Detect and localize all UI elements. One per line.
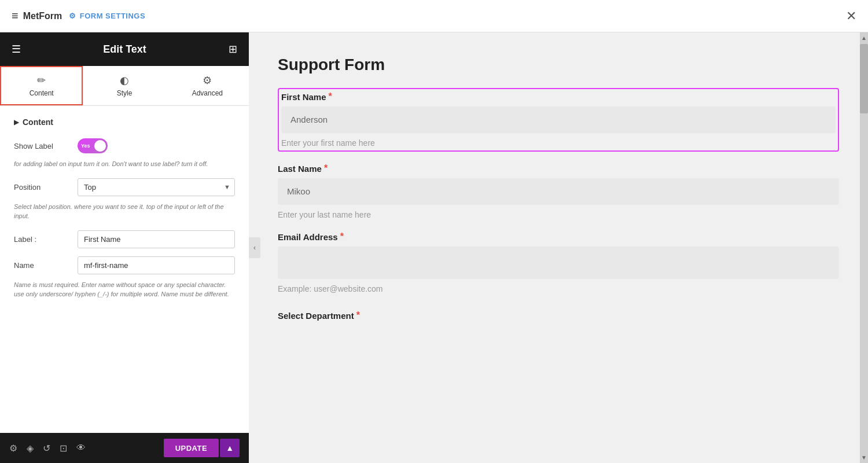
grid-icon[interactable]: ⊞ — [229, 43, 237, 56]
right-area: ‹ Support Form First Name * Anderson Ent… — [249, 32, 868, 463]
top-bar: ≡ MetForm ⚙ FORM SETTINGS ✕ — [0, 0, 868, 32]
email-input-wrapper — [278, 247, 839, 279]
chevron-left-icon: ‹ — [253, 244, 256, 252]
required-star-first-name: * — [329, 91, 332, 102]
last-name-input-wrapper: Mikoo — [278, 178, 839, 205]
elementor-logo-icon: ≡ — [12, 9, 19, 23]
scrollbar-thumb[interactable] — [860, 44, 868, 113]
required-star-email: * — [340, 232, 344, 242]
position-select[interactable]: Top Left — [78, 178, 235, 196]
history-toolbar-icon[interactable]: ↺ — [43, 443, 50, 454]
last-name-label: Last Name * — [278, 163, 839, 174]
tab-advanced[interactable]: ⚙ Advanced — [166, 66, 249, 105]
toggle-knob — [94, 140, 106, 152]
gear-icon: ⚙ — [69, 12, 76, 20]
required-star-dept: * — [356, 310, 360, 321]
label-text-input[interactable] — [78, 230, 235, 248]
hamburger-icon[interactable]: ☰ — [12, 43, 21, 56]
first-name-label: First Name * — [281, 91, 836, 102]
form-settings-button[interactable]: ⚙ FORM SETTINGS — [69, 12, 145, 20]
first-name-placeholder: Enter your first name here — [281, 138, 375, 148]
name-hint: Name is must required. Enter name withou… — [14, 280, 235, 299]
preview-toolbar-icon[interactable]: 👁 — [76, 443, 86, 453]
position-row: Position Top Left ▼ — [14, 178, 235, 196]
panel-content: ▶ Content Show Label Yes for adding labe… — [0, 106, 249, 433]
position-label: Position — [14, 183, 78, 192]
tab-style-label: Style — [117, 89, 133, 97]
arrow-down-icon: ▶ — [14, 118, 19, 126]
settings-toolbar-icon[interactable]: ⚙ — [9, 443, 17, 454]
scrollbar-arrow-up[interactable]: ▲ — [860, 35, 868, 41]
close-button[interactable]: ✕ — [846, 10, 856, 23]
logo-text: MetForm — [23, 11, 62, 21]
form-field-first-name[interactable]: First Name * Anderson Enter your first n… — [278, 88, 839, 152]
show-label-row: Show Label Yes — [14, 138, 235, 153]
update-group: UPDATE ▲ — [164, 439, 240, 457]
email-label: Email Address * — [278, 232, 839, 242]
select-dept-label: Select Department * — [278, 310, 839, 321]
panel-header: ☰ Edit Text ⊞ — [0, 32, 249, 66]
top-bar-left: ≡ MetForm ⚙ FORM SETTINGS — [12, 9, 145, 23]
metform-logo: ≡ MetForm — [12, 9, 62, 23]
show-label-toggle[interactable]: Yes — [78, 138, 108, 153]
last-name-value: Mikoo — [287, 186, 310, 196]
tab-content[interactable]: ✏ Content — [0, 66, 83, 105]
name-field-label: Name — [14, 261, 78, 270]
position-hint: Select label position. where you want to… — [14, 202, 235, 221]
main-area: ☰ Edit Text ⊞ ✏ Content ◐ Style ⚙ Advanc… — [0, 32, 868, 463]
show-label-hint: for adding label on input turn it on. Do… — [14, 159, 235, 169]
show-label-label: Show Label — [14, 142, 78, 150]
circle-half-icon: ◐ — [120, 74, 129, 87]
scrollbar-arrow-down[interactable]: ▼ — [860, 454, 868, 461]
form-field-select-dept[interactable]: Select Department * — [278, 306, 839, 321]
form-title: Support Form — [278, 56, 839, 74]
first-name-input-wrapper: Anderson — [281, 106, 836, 133]
name-field-row: Name — [14, 256, 235, 274]
required-star-last-name: * — [324, 163, 328, 174]
bottom-toolbar: ⚙ ◈ ↺ ⊡ 👁 UPDATE ▲ — [0, 433, 249, 463]
label-field-label: Label : — [14, 235, 78, 244]
form-preview: Support Form First Name * Anderson Enter… — [260, 32, 868, 463]
toolbar-icons: ⚙ ◈ ↺ ⊡ 👁 — [9, 443, 86, 454]
section-title: Content — [23, 117, 53, 127]
settings-icon: ⚙ — [203, 74, 212, 87]
left-panel: ☰ Edit Text ⊞ ✏ Content ◐ Style ⚙ Advanc… — [0, 32, 249, 463]
responsive-toolbar-icon[interactable]: ⊡ — [60, 443, 67, 454]
scrollbar-track: ▲ ▼ — [860, 32, 868, 463]
section-header: ▶ Content — [14, 117, 235, 127]
show-label-toggle-wrapper: Yes — [78, 138, 108, 153]
name-text-input[interactable] — [78, 256, 235, 274]
toggle-slider: Yes — [78, 138, 108, 153]
toggle-yes-text: Yes — [81, 143, 90, 149]
tab-style[interactable]: ◐ Style — [83, 66, 165, 105]
tabs-row: ✏ Content ◐ Style ⚙ Advanced — [0, 66, 249, 106]
form-settings-label: FORM SETTINGS — [80, 12, 145, 20]
form-field-last-name[interactable]: Last Name * Mikoo Enter your last name h… — [278, 163, 839, 220]
tab-advanced-label: Advanced — [192, 89, 223, 97]
update-button[interactable]: UPDATE — [164, 439, 219, 457]
form-field-email[interactable]: Email Address * Example: user@website.co… — [278, 232, 839, 294]
email-placeholder: Example: user@website.com — [278, 284, 383, 293]
first-name-value: Anderson — [290, 115, 328, 124]
position-select-wrapper: Top Left ▼ — [78, 178, 235, 196]
chevron-up-button[interactable]: ▲ — [220, 439, 240, 457]
collapse-arrow[interactable]: ‹ — [249, 237, 260, 258]
tab-content-label: Content — [30, 89, 54, 97]
pencil-icon: ✏ — [37, 74, 46, 87]
label-field-row: Label : — [14, 230, 235, 248]
panel-title: Edit Text — [103, 43, 146, 56]
last-name-placeholder: Enter your last name here — [278, 210, 371, 219]
layers-toolbar-icon[interactable]: ◈ — [27, 443, 34, 454]
